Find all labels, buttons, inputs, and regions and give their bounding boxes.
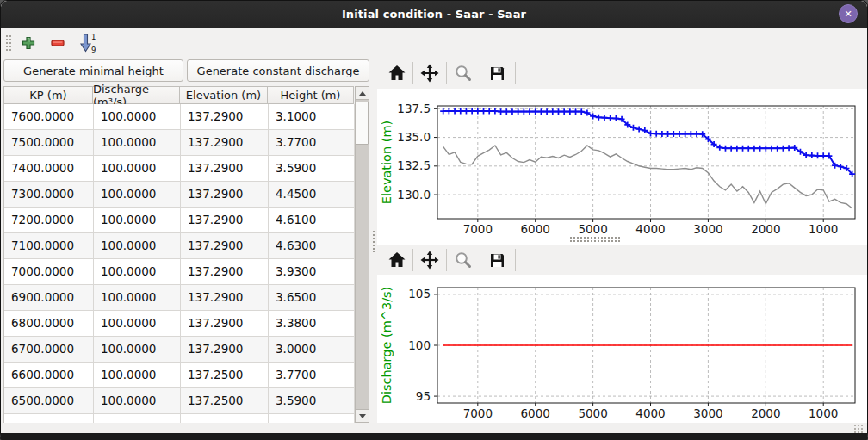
table-row[interactable]: 7300.0000100.0000137.29004.4500 [4,182,355,208]
pan-button[interactable] [419,63,440,84]
table-cell[interactable]: 137.2500 [181,363,269,388]
table-cell[interactable] [181,414,269,423]
table-cell[interactable]: 100.0000 [94,208,181,233]
pan-button[interactable] [419,250,440,270]
table-cell[interactable]: 6900.0000 [4,285,94,311]
remove-row-button[interactable] [46,32,69,54]
table-cell[interactable]: 137.2900 [181,259,269,285]
table-cell[interactable]: 137.2900 [181,337,269,363]
table-cell[interactable]: 7200.0000 [4,208,94,233]
column-header[interactable]: Discharge (m³/s) [93,86,180,104]
table-cell[interactable]: 100.0000 [94,104,181,130]
table-cell[interactable]: 100.0000 [94,337,181,363]
table-cell[interactable] [269,414,355,423]
home-button[interactable] [387,63,407,84]
table-cell[interactable]: 4.6300 [269,233,355,259]
table-row[interactable]: 6800.0000100.0000137.29003.3800 [4,311,355,337]
table-cell[interactable]: 7100.0000 [4,233,94,259]
table-cell[interactable]: 3.3800 [269,311,355,337]
table-row[interactable]: 6700.0000100.0000137.29003.0000 [4,337,355,363]
column-header[interactable]: Height (m) [268,86,354,104]
table-cell[interactable]: 3.9300 [269,259,355,285]
svg-text:105: 105 [408,287,431,301]
table-cell[interactable]: 3.6500 [269,285,355,311]
generate-constant-discharge-button[interactable]: Generate constant discharge [187,59,369,82]
table-cell[interactable]: 137.2500 [181,388,269,414]
figure-splitter[interactable] [569,236,621,242]
table-row[interactable]: 7500.0000100.0000137.29003.7700 [4,130,355,156]
table-cell[interactable]: 3.1000 [269,104,355,130]
scrollbar-up-button[interactable] [356,87,369,100]
zoom-button[interactable] [453,63,474,84]
svg-text:6000: 6000 [521,222,550,236]
save-button[interactable] [487,250,507,270]
elevation-plot-canvas[interactable]: 7000600050004000300020001000137.5135.013… [377,89,867,245]
table-cell[interactable]: 7300.0000 [4,182,94,208]
table-row[interactable]: 7600.0000100.0000137.29003.1000 [4,104,355,130]
column-header[interactable]: Elevation (m) [180,86,268,104]
table-cell[interactable]: 100.0000 [94,130,181,156]
table-row[interactable]: 7200.0000100.0000137.29004.6100 [4,208,355,233]
table-row[interactable]: 7400.0000100.0000137.29003.5900 [4,156,355,182]
table-cell[interactable]: 100.0000 [94,363,181,388]
table-row[interactable]: 7100.0000100.0000137.29004.6300 [4,233,355,259]
table-cell[interactable]: 7000.0000 [4,259,94,285]
add-row-button[interactable] [17,32,40,54]
table-cell[interactable] [94,414,181,423]
table-cell[interactable]: 137.2900 [181,233,269,259]
table-cell[interactable]: 100.0000 [94,311,181,337]
generate-minimal-height-button[interactable]: Generate minimal height [3,59,183,82]
titlebar[interactable]: Initial condition - Saar - Saar ✕ [1,1,867,28]
table-cell[interactable]: 3.5900 [269,156,355,182]
table-cell[interactable]: 7500.0000 [4,130,94,156]
table-cell[interactable]: 137.2900 [181,311,269,337]
zoom-button[interactable] [453,250,474,270]
plus-icon [21,35,36,51]
table-cell[interactable]: 6600.0000 [4,363,94,388]
discharge-plot-canvas[interactable]: 700060005000400030002000100010510095Disc… [377,275,867,423]
svg-text:95: 95 [416,389,431,403]
table-cell[interactable]: 100.0000 [94,233,181,259]
table-cell[interactable]: 137.2900 [181,156,269,182]
scrollbar-thumb[interactable] [356,102,369,145]
table-cell[interactable]: 100.0000 [94,182,181,208]
table-cell[interactable]: 4.4500 [269,182,355,208]
scrollbar-down-button[interactable] [356,409,369,422]
close-button[interactable]: ✕ [839,4,858,23]
save-button[interactable] [487,63,507,84]
table-cell[interactable]: 100.0000 [94,285,181,311]
table-cell[interactable]: 137.2900 [181,104,269,130]
table-cell[interactable]: 7600.0000 [4,104,94,130]
table-cell[interactable]: 3.0000 [269,337,355,363]
table-cell[interactable]: 7400.0000 [4,156,94,182]
toolbar-drag-handle[interactable] [5,34,11,52]
table-cell[interactable]: 3.5900 [269,388,355,414]
column-header[interactable]: KP (m) [3,86,93,104]
table-cell[interactable]: 100.0000 [94,259,181,285]
table-row[interactable] [4,414,355,423]
table-row[interactable]: 7000.0000100.0000137.29003.9300 [4,259,355,285]
table-cell[interactable]: 137.2900 [181,208,269,233]
table-row[interactable]: 6600.0000100.0000137.25003.7700 [4,363,355,388]
table-cell[interactable]: 137.2900 [181,130,269,156]
home-button[interactable] [387,250,407,270]
table-row[interactable]: 6500.0000100.0000137.25003.5900 [4,388,355,414]
table-cell[interactable]: 137.2900 [181,182,269,208]
table-cell[interactable]: 3.7700 [269,363,355,388]
window-title: Initial condition - Saar - Saar [342,8,526,21]
table-cell[interactable]: 4.6100 [269,208,355,233]
table-row[interactable]: 6900.0000100.0000137.29003.6500 [4,285,355,311]
pane-splitter[interactable] [370,58,377,423]
table-cell[interactable]: 3.7700 [269,130,355,156]
table-cell[interactable]: 6700.0000 [4,337,94,363]
sort-rows-button[interactable]: 1 9 [76,32,98,54]
table-cell[interactable]: 137.2900 [181,285,269,311]
resize-grip[interactable] [853,424,864,433]
table-cell[interactable] [4,414,94,423]
table-cell[interactable]: 6500.0000 [4,388,94,414]
table-cell[interactable]: 100.0000 [94,388,181,414]
table-scrollbar[interactable] [355,86,369,423]
discharge-plot-toolbar [377,245,868,276]
table-cell[interactable]: 100.0000 [94,156,181,182]
table-cell[interactable]: 6800.0000 [4,311,94,337]
